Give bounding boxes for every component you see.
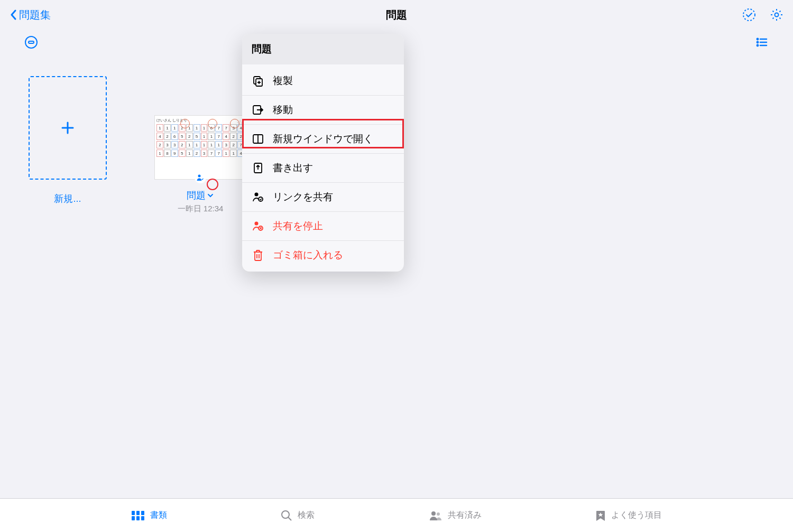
share-link-icon: [252, 191, 264, 203]
svg-point-12: [198, 175, 201, 178]
context-menu-title: 問題: [242, 34, 404, 64]
new-document-label: 新規...: [29, 192, 107, 205]
svg-point-4: [757, 39, 758, 40]
back-label: 問題集: [19, 8, 51, 22]
chevron-left-icon: [10, 8, 18, 21]
document-name[interactable]: 問題: [187, 189, 214, 202]
select-checkmark-icon[interactable]: [742, 8, 756, 22]
trash-icon: [252, 249, 264, 262]
svg-point-0: [743, 9, 755, 21]
svg-rect-35: [132, 516, 135, 520]
list-view-icon[interactable]: [755, 35, 769, 49]
menu-export[interactable]: 書き出す: [242, 154, 404, 183]
menu-duplicate[interactable]: 複製: [242, 67, 404, 96]
svg-rect-37: [141, 516, 144, 520]
svg-point-26: [255, 222, 259, 226]
svg-point-41: [437, 512, 440, 516]
new-document-tile[interactable]: [29, 76, 107, 180]
back-button[interactable]: 問題集: [10, 8, 51, 22]
new-document-tile-wrapper: 新規...: [29, 76, 107, 214]
svg-point-8: [757, 45, 758, 46]
gear-icon[interactable]: [770, 8, 783, 22]
svg-point-6: [757, 42, 758, 43]
stop-share-icon: [252, 220, 264, 232]
svg-rect-33: [136, 511, 140, 515]
document-date: 一昨日 12:34: [154, 204, 246, 214]
menu-share-link[interactable]: リンクを共有: [242, 183, 404, 212]
document-thumbnail: けいさん しりとり 111211167734 426525117422 2332…: [154, 115, 246, 180]
tab-bar: 書類 検索 共有済み よく使う項目: [0, 498, 793, 532]
new-window-icon: [252, 133, 264, 145]
search-icon: [281, 510, 292, 521]
document-tile[interactable]: けいさん しりとり 111211167734 426525117422 2332…: [154, 76, 246, 214]
favorites-icon: [595, 510, 606, 521]
documents-icon: [131, 510, 145, 521]
navigation-bar: 問題集 問題: [0, 0, 793, 30]
tab-search[interactable]: 検索: [281, 510, 315, 521]
duplicate-icon: [252, 74, 264, 87]
annotation-circle: [207, 179, 218, 190]
menu-move[interactable]: 移動: [242, 96, 404, 125]
plus-icon: [60, 120, 76, 136]
tab-favorites[interactable]: よく使う項目: [595, 510, 662, 521]
tab-documents[interactable]: 書類: [131, 510, 167, 521]
shared-icon: [429, 510, 442, 521]
svg-point-40: [431, 511, 436, 516]
filter-circle-icon[interactable]: [24, 35, 38, 49]
export-icon: [252, 162, 264, 174]
svg-point-2: [25, 36, 37, 48]
svg-rect-34: [141, 511, 144, 515]
page-title: 問題: [386, 8, 407, 22]
svg-line-39: [288, 517, 291, 520]
svg-rect-36: [136, 516, 140, 520]
menu-new-window[interactable]: 新規ウインドウで開く: [242, 125, 404, 154]
svg-rect-32: [132, 511, 135, 515]
svg-point-1: [775, 13, 779, 17]
svg-point-24: [255, 193, 259, 197]
move-icon: [252, 104, 264, 116]
tab-shared[interactable]: 共有済み: [429, 510, 482, 521]
context-menu: 問題 複製 移動 新規ウインドウで開く 書き出す リンクを共有 共有を停止 ゴミ…: [242, 34, 404, 272]
svg-point-38: [282, 511, 289, 518]
chevron-down-icon: [207, 192, 214, 199]
menu-stop-share[interactable]: 共有を停止: [242, 212, 404, 241]
svg-rect-3: [29, 41, 34, 43]
menu-trash[interactable]: ゴミ箱に入れる: [242, 241, 404, 269]
